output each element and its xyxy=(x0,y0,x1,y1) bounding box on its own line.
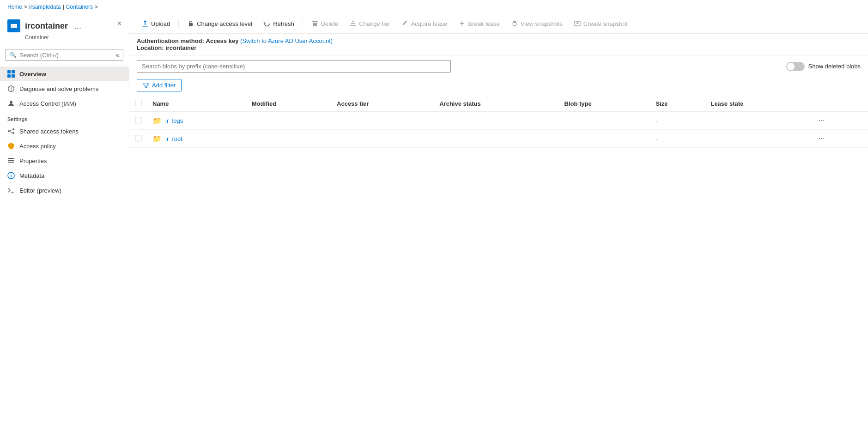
close-button[interactable]: × xyxy=(117,19,121,28)
upload-button[interactable]: Upload xyxy=(137,18,175,30)
sidebar-title: ircontainer xyxy=(25,21,68,31)
col-lease-state-header: Lease state xyxy=(705,96,809,112)
sidebar-item-properties[interactable]: Properties xyxy=(0,153,129,168)
sidebar-item-shared-access[interactable]: Shared access tokens xyxy=(0,124,129,139)
change-access-label: Change access level xyxy=(197,20,252,27)
sidebar-label-metadata: Metadata xyxy=(19,172,44,179)
diagnose-icon xyxy=(7,85,15,92)
lock-icon xyxy=(187,20,194,27)
sidebar-label-diagnose: Diagnose and solve problems xyxy=(19,85,98,92)
break-lease-button[interactable]: Break lease xyxy=(454,18,504,30)
sidebar-item-iam[interactable]: Access Control (IAM) xyxy=(0,96,129,111)
sidebar-nav: Overview Diagnose and solve problems Acc… xyxy=(0,65,129,200)
sidebar-item-metadata[interactable]: Metadata xyxy=(0,168,129,183)
folder-icon-ir-root: 📁 xyxy=(152,134,162,143)
add-filter-icon xyxy=(143,82,149,89)
filter-bar: Add filter xyxy=(129,77,868,96)
toolbar: Upload Change access level Refresh Delet… xyxy=(129,14,868,34)
table-header-row: Name Modified Access tier Archive status… xyxy=(129,96,868,112)
sidebar-search-container: 🔍 « xyxy=(6,49,123,61)
delete-button[interactable]: Delete xyxy=(307,18,343,30)
refresh-button[interactable]: Refresh xyxy=(259,18,299,30)
blob-search-input[interactable] xyxy=(137,60,451,73)
row-1-checkbox[interactable] xyxy=(135,135,141,141)
breadcrumb-sep1: > xyxy=(24,4,27,10)
create-snapshot-button[interactable]: Create snapshot xyxy=(569,18,632,30)
properties-icon xyxy=(7,157,15,164)
add-filter-label: Add filter xyxy=(152,82,176,89)
col-size-header: Size xyxy=(650,96,705,112)
breadcrumb-sep3: > xyxy=(95,4,98,10)
auth-switch-link[interactable]: (Switch to Azure AD User Account) xyxy=(240,37,333,44)
svg-line-10 xyxy=(10,130,12,131)
show-deleted-toggle[interactable] xyxy=(786,62,805,71)
show-deleted-label: Show deleted blobs xyxy=(808,63,861,70)
folder-link-ir-logs[interactable]: 📁 ir_logs xyxy=(152,116,241,125)
row-0-modified xyxy=(246,112,331,130)
table-row: 📁 ir_logs - ··· xyxy=(129,112,868,130)
folder-link-ir-root[interactable]: 📁 ir_root xyxy=(152,134,241,143)
svg-rect-12 xyxy=(8,158,14,159)
main-layout: ircontainer ... Container 🔍 « × Overv xyxy=(0,14,868,424)
row-0-checkbox[interactable] xyxy=(135,117,141,123)
toggle-knob xyxy=(787,63,795,70)
sidebar-label-iam: Access Control (IAM) xyxy=(19,100,76,107)
delete-icon xyxy=(311,20,319,27)
container-icon xyxy=(7,19,20,32)
svg-point-9 xyxy=(12,132,14,134)
sidebar-item-access-policy[interactable]: Access policy xyxy=(0,139,129,153)
view-snapshots-label: View snapshots xyxy=(521,20,563,27)
sidebar-item-diagnose[interactable]: Diagnose and solve problems xyxy=(0,81,129,96)
breadcrumb-containers[interactable]: Containers xyxy=(66,4,93,10)
col-name-header: Name xyxy=(147,96,246,112)
row-1-archive-status xyxy=(434,130,558,148)
table-row: 📁 ir_root - ··· xyxy=(129,130,868,148)
change-tier-button[interactable]: Change tier xyxy=(345,18,395,30)
svg-line-11 xyxy=(10,132,12,133)
upload-label: Upload xyxy=(151,20,170,27)
sidebar-item-editor[interactable]: Editor (preview) xyxy=(0,183,129,198)
row-1-more-button[interactable]: ··· xyxy=(815,133,828,144)
breadcrumb-sep2: | xyxy=(63,4,64,10)
row-0-access-tier xyxy=(331,112,434,130)
row-1-blob-type xyxy=(558,130,650,148)
auth-value: Access key xyxy=(206,37,239,44)
col-blob-type-header: Blob type xyxy=(558,96,650,112)
row-0-lease-state xyxy=(705,112,809,130)
svg-rect-19 xyxy=(189,23,193,26)
row-0-more: ··· xyxy=(809,112,868,130)
row-0-select xyxy=(129,112,147,130)
location-value: ircontainer xyxy=(165,44,196,51)
svg-rect-3 xyxy=(12,70,15,73)
row-1-lease-state xyxy=(705,130,809,148)
svg-point-20 xyxy=(513,22,516,26)
overview-icon xyxy=(7,70,15,78)
svg-rect-4 xyxy=(7,74,11,78)
sidebar-item-overview[interactable]: Overview xyxy=(0,67,129,81)
row-0-archive-status xyxy=(434,112,558,130)
create-snapshot-icon xyxy=(574,20,581,27)
more-options-btn[interactable]: ... xyxy=(74,21,81,31)
search-input[interactable] xyxy=(19,52,113,59)
row-0-more-button[interactable]: ··· xyxy=(815,115,828,126)
sidebar-label-access-policy: Access policy xyxy=(19,143,56,150)
view-snapshots-icon xyxy=(511,20,518,27)
folder-name-ir-root: ir_root xyxy=(165,135,182,142)
view-snapshots-button[interactable]: View snapshots xyxy=(506,18,567,30)
add-filter-button[interactable]: Add filter xyxy=(137,79,182,91)
breadcrumb-home[interactable]: Home xyxy=(7,4,22,10)
col-access-tier-header: Access tier xyxy=(331,96,434,112)
svg-rect-18 xyxy=(142,26,148,27)
editor-icon xyxy=(7,187,15,194)
row-1-modified xyxy=(246,130,331,148)
change-access-button[interactable]: Change access level xyxy=(182,18,257,30)
breadcrumb-account[interactable]: irsampledata xyxy=(29,4,61,10)
collapse-btn[interactable]: « xyxy=(115,51,119,59)
settings-label: Settings xyxy=(0,111,129,124)
select-all-checkbox[interactable] xyxy=(135,100,141,106)
acquire-lease-button[interactable]: Acquire lease xyxy=(397,18,452,30)
svg-rect-14 xyxy=(8,162,14,163)
toolbar-sep2 xyxy=(303,19,303,28)
upload-icon xyxy=(141,20,149,27)
row-1-select xyxy=(129,130,147,148)
